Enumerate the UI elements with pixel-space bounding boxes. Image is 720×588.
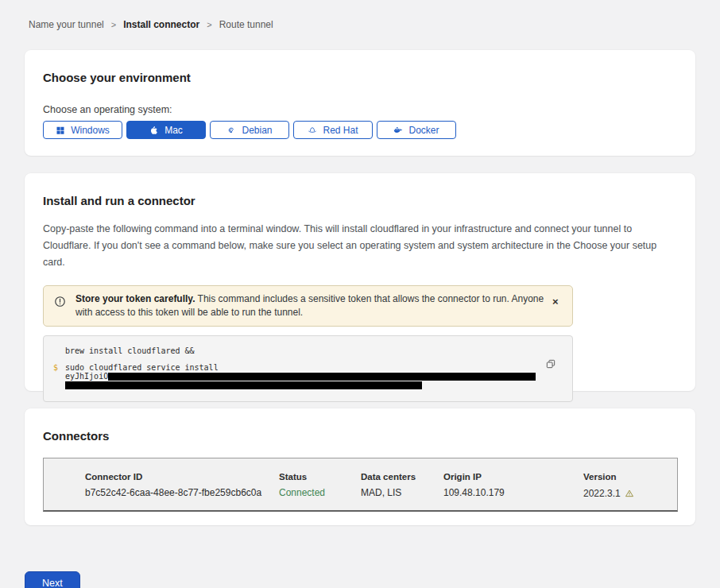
connector-origin-ip-value: 109.48.10.179 [443,487,583,500]
os-button-redhat[interactable]: Red Hat [293,121,373,139]
connector-data-centers-value: MAD, LIS [361,487,443,500]
token-prefix: eyJhIjoiO [65,372,108,381]
connectors-card-title: Connectors [43,429,677,443]
token-warning-banner: Store your token carefully. This command… [43,285,573,327]
os-button-docker[interactable]: Docker [377,121,456,139]
connectors-table: Connector ID Status Data centers Origin … [43,458,678,512]
os-button-label: Mac [165,125,183,136]
token-warning-bold: Store your token carefully. [75,293,195,304]
breadcrumb-name-your-tunnel[interactable]: Name your tunnel [29,19,104,30]
col-header-status: Status [279,472,361,487]
close-icon[interactable]: × [552,296,559,307]
code-line-brew: brew install cloudflared && [53,346,540,355]
version-warning-icon [625,489,634,498]
install-description: Copy-paste the following command into a … [43,221,674,271]
os-button-debian[interactable]: Debian [210,121,289,139]
token-warning-text: Store your token carefully. This command… [75,292,546,319]
breadcrumb-route-tunnel[interactable]: Route tunnel [219,19,273,30]
os-button-label: Debian [242,125,272,136]
redacted-token-bar [65,381,422,389]
windows-logo-icon [56,126,65,135]
connector-id-value: b7c52c42-6caa-48ee-8c77-fbe259cb6c0a [85,487,279,500]
connectors-card: Connectors Connector ID Status Data cent… [25,408,695,525]
col-header-data-centers: Data centers [361,472,443,487]
page-content: Name your tunnel > Install connector > R… [0,0,720,588]
os-button-windows[interactable]: Windows [43,121,122,139]
apple-logo-icon [149,126,159,135]
redhat-logo-icon [308,126,317,135]
code-line-token: eyJhIjoiO [53,372,540,381]
os-button-label: Windows [71,125,110,136]
debian-logo-icon [226,126,236,135]
code-line-sudo: $ sudo cloudflared service install [53,363,540,372]
copy-icon[interactable] [545,358,556,369]
breadcrumb-separator: > [111,20,116,29]
os-button-mac[interactable]: Mac [126,121,206,139]
os-button-label: Red Hat [323,125,358,136]
os-button-label: Docker [408,125,439,136]
install-card-title: Install and run a connector [43,194,677,207]
code-line-token-2 [53,381,540,389]
col-header-origin-ip: Origin IP [443,472,583,487]
os-button-group: Windows Mac Debian Red Hat [43,121,677,139]
os-select-label: Choose an operating system: [43,104,677,115]
install-command-code-block: brew install cloudflared && $ sudo cloud… [43,335,573,402]
next-button[interactable]: Next [25,571,80,588]
shell-prompt: $ [53,363,65,372]
breadcrumb-separator: > [207,20,211,29]
alert-circle-icon [54,296,66,308]
breadcrumb: Name your tunnel > Install connector > R… [29,19,695,30]
redacted-token-bar [108,373,536,381]
col-header-version: Version [583,472,669,487]
breadcrumb-install-connector[interactable]: Install connector [123,19,199,30]
docker-logo-icon [393,126,403,135]
install-connector-card: Install and run a connector Copy-paste t… [25,173,695,391]
col-header-connector-id: Connector ID [85,472,279,487]
environment-card-title: Choose your environment [43,71,677,84]
connector-version-value: 2022.3.1 [583,487,669,500]
environment-card: Choose your environment Choose an operat… [25,50,695,156]
connector-status-value: Connected [279,487,361,500]
